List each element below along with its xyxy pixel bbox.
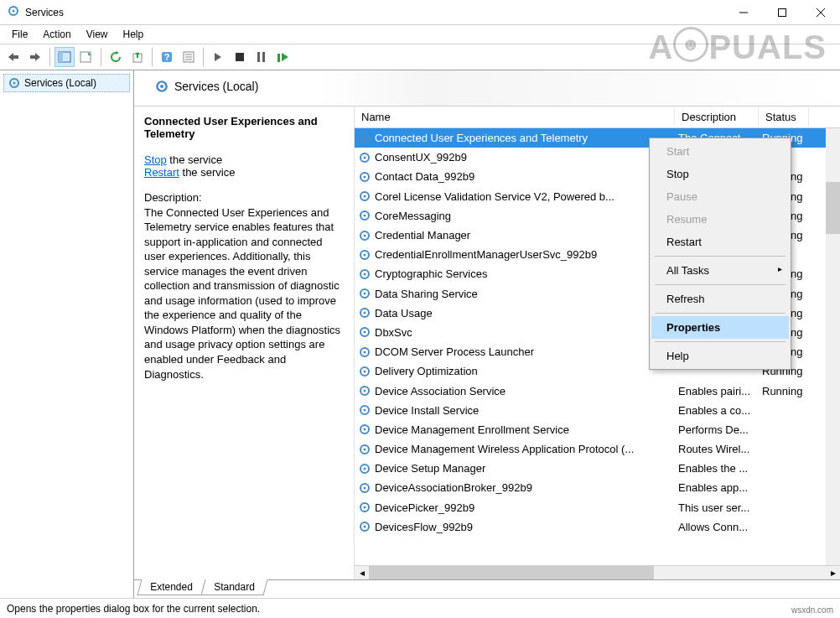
service-row[interactable]: DevicePicker_992b9This user ser... <box>355 498 840 517</box>
service-name: ConsentUX_992b9 <box>375 151 467 164</box>
stop-service-link[interactable]: Stop <box>144 153 167 166</box>
cm-restart[interactable]: Restart <box>651 231 789 253</box>
svg-rect-3 <box>779 8 786 16</box>
svg-rect-20 <box>262 52 265 62</box>
toolbar-separator <box>101 48 101 66</box>
gear-icon <box>358 267 371 281</box>
vscroll-thumb[interactable] <box>826 182 840 234</box>
show-hide-tree-icon[interactable] <box>54 47 75 67</box>
tab-standard[interactable]: Standard <box>200 579 267 595</box>
svg-point-55 <box>364 409 366 412</box>
close-button[interactable] <box>801 0 840 25</box>
service-desc: Enables pairi... <box>675 383 759 399</box>
gear-icon <box>358 520 371 533</box>
hscroll-thumb[interactable] <box>369 566 654 580</box>
gear-icon <box>358 501 371 514</box>
service-row[interactable]: Device Install ServiceEnables a co... <box>355 401 840 420</box>
service-name: DbxSvc <box>375 326 412 339</box>
service-status <box>759 506 809 509</box>
context-menu: Start Stop Pause Resume Restart All Task… <box>649 138 791 370</box>
properties-icon[interactable] <box>179 47 199 67</box>
service-status: Running <box>759 383 809 399</box>
horizontal-scrollbar[interactable]: ◂ ▸ <box>355 565 840 579</box>
service-status <box>759 467 809 470</box>
pane-header: Services (Local) <box>134 70 840 106</box>
service-row[interactable]: DeviceAssociationBroker_992b9Enables app… <box>355 478 840 497</box>
minimize-button[interactable] <box>724 0 763 25</box>
menu-help[interactable]: Help <box>117 27 151 42</box>
service-desc: Enables the ... <box>675 460 759 476</box>
scroll-right-icon[interactable]: ▸ <box>826 566 840 580</box>
gear-icon <box>358 170 371 184</box>
column-status[interactable]: Status <box>759 107 809 127</box>
cm-separator <box>655 313 786 314</box>
tree-root-services-local[interactable]: Services (Local) <box>3 74 130 92</box>
restart-service-icon[interactable] <box>273 47 293 67</box>
svg-point-45 <box>364 312 366 314</box>
cm-pause: Pause <box>651 185 789 208</box>
svg-rect-18 <box>236 53 244 61</box>
tab-extended[interactable]: Extended <box>137 579 205 595</box>
gear-icon <box>358 345 371 359</box>
service-desc: Enables a co... <box>675 402 759 418</box>
help-icon[interactable]: ? <box>157 47 177 67</box>
pause-service-icon[interactable] <box>251 47 272 67</box>
export-list-icon[interactable] <box>76 47 96 67</box>
maximize-button[interactable] <box>763 0 801 25</box>
menu-file[interactable]: File <box>5 27 34 42</box>
service-name: CredentialEnrollmentManagerUserSvc_992b9 <box>375 248 597 261</box>
service-name: Data Usage <box>375 307 433 319</box>
cm-help[interactable]: Help <box>651 345 789 367</box>
titlebar: Services <box>0 0 840 25</box>
cm-all-tasks[interactable]: All Tasks <box>651 259 789 282</box>
service-desc: Allows Conn... <box>675 519 759 535</box>
service-row[interactable]: Device Setup ManagerEnables the ... <box>355 459 840 478</box>
toolbar-separator <box>152 48 153 66</box>
stop-service-icon[interactable] <box>230 47 250 67</box>
service-row[interactable]: Device Management Wireless Application P… <box>355 439 840 459</box>
column-description[interactable]: Description <box>675 107 759 127</box>
service-name: DCOM Server Process Launcher <box>375 345 534 358</box>
export-icon[interactable] <box>127 47 148 67</box>
svg-rect-7 <box>30 55 35 59</box>
gear-icon <box>358 481 371 495</box>
service-row[interactable]: Device Management Enrollment ServicePerf… <box>355 420 840 439</box>
description-panel: Connected User Experiences and Telemetry… <box>134 106 354 579</box>
svg-point-65 <box>364 506 366 509</box>
refresh-icon[interactable] <box>106 47 126 67</box>
stop-suffix: the service <box>167 153 222 166</box>
list-header: Name Description Status <box>355 106 840 128</box>
service-name: Contact Data_992b9 <box>375 170 474 183</box>
column-name[interactable]: Name <box>355 107 675 127</box>
service-desc <box>675 370 759 373</box>
gear-icon <box>358 443 371 456</box>
service-status <box>759 525 809 528</box>
gear-icon <box>358 462 371 475</box>
nav-back-icon[interactable] <box>3 47 23 67</box>
cm-stop[interactable]: Stop <box>651 163 789 185</box>
description-label: Description: <box>144 190 344 205</box>
cm-refresh[interactable]: Refresh <box>651 288 789 310</box>
svg-rect-19 <box>257 52 260 62</box>
service-row[interactable]: Device Association ServiceEnables pairi.… <box>355 381 840 400</box>
restart-service-link[interactable]: Restart <box>144 166 179 179</box>
vertical-scrollbar[interactable] <box>826 128 840 565</box>
scroll-left-icon[interactable]: ◂ <box>355 566 369 580</box>
cm-start: Start <box>651 140 789 163</box>
service-name: Connected User Experiences and Telemetry <box>375 132 588 144</box>
menu-action[interactable]: Action <box>36 27 77 42</box>
nav-forward-icon[interactable] <box>25 47 45 67</box>
service-name: Corel License Validation Service V2, Pow… <box>375 190 614 203</box>
svg-point-53 <box>364 390 366 392</box>
tree-pane: Services (Local) <box>0 70 134 598</box>
start-service-icon[interactable] <box>208 47 228 67</box>
service-status <box>759 428 809 431</box>
svg-point-39 <box>364 253 366 256</box>
gear-icon <box>154 79 169 94</box>
cm-separator <box>655 284 786 285</box>
menu-view[interactable]: View <box>80 27 115 42</box>
service-row[interactable]: DevicesFlow_992b9Allows Conn... <box>355 517 840 537</box>
svg-point-35 <box>364 215 366 217</box>
svg-point-49 <box>364 351 366 353</box>
cm-properties[interactable]: Properties <box>651 316 789 339</box>
